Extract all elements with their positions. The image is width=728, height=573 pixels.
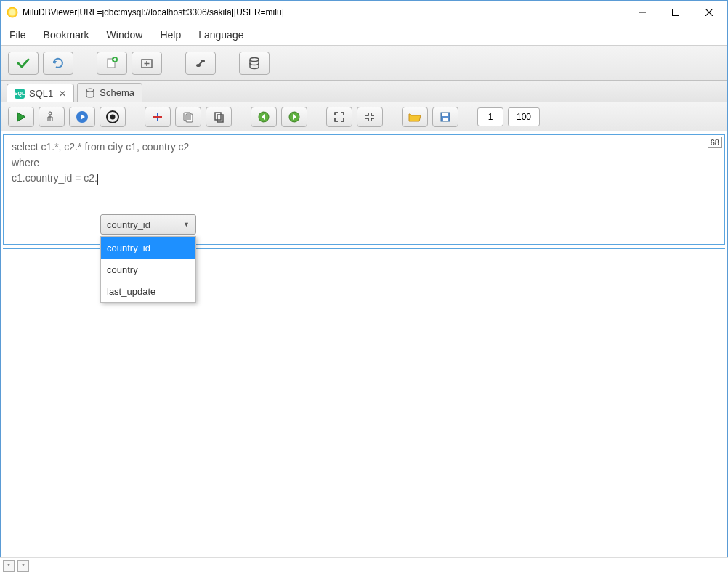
new-file-button[interactable] — [97, 52, 127, 75]
new-tab-button[interactable] — [132, 52, 162, 75]
window-title: MiluDBViewer[URL=jdbc:mysql://localhost:… — [23, 7, 626, 17]
char-counter: 68 — [708, 137, 722, 148]
svg-point-15 — [250, 57, 259, 61]
paste-button[interactable] — [206, 107, 232, 127]
close-button[interactable] — [692, 1, 726, 23]
app-icon — [7, 7, 18, 18]
start-row-input[interactable] — [477, 107, 503, 126]
sql-toolbar — [1, 102, 727, 131]
svg-point-27 — [110, 114, 116, 119]
format-button[interactable] — [145, 107, 171, 127]
database-icon — [85, 88, 95, 98]
explain-button[interactable] — [39, 107, 65, 127]
database-button[interactable] — [239, 52, 270, 75]
collapse-button[interactable] — [357, 107, 383, 127]
autocomplete-popup: country_id ▼ country_id country last_upd… — [100, 214, 196, 303]
svg-line-14 — [199, 62, 202, 65]
svg-rect-35 — [215, 113, 221, 120]
menu-window[interactable]: Window — [107, 29, 143, 41]
menu-help[interactable]: Help — [160, 29, 181, 41]
prev-button[interactable] — [251, 107, 277, 127]
menu-bookmark[interactable]: Bookmark — [44, 29, 89, 41]
autocomplete-option[interactable]: country_id — [101, 237, 195, 259]
status-indicator-1[interactable]: * — [3, 560, 15, 572]
copy-button[interactable] — [175, 107, 201, 127]
autocomplete-list: country_id country last_update — [100, 236, 196, 303]
open-folder-button[interactable] — [402, 107, 428, 127]
autocomplete-option[interactable]: country — [101, 259, 195, 280]
limit-input[interactable] — [508, 107, 540, 126]
tab-label: SQL1 — [29, 88, 53, 99]
expand-button[interactable] — [326, 107, 352, 127]
tab-label: Schema — [100, 87, 134, 98]
sql-icon: SQL — [15, 89, 25, 99]
menubar: File Bookmark Window Help Language — [1, 24, 727, 46]
commit-button[interactable] — [8, 52, 39, 75]
autocomplete-option[interactable]: last_update — [101, 280, 195, 302]
tab-schema[interactable]: Schema — [77, 83, 142, 102]
svg-point-18 — [49, 112, 52, 115]
rollback-button[interactable] — [43, 52, 73, 75]
titlebar: MiluDBViewer[URL=jdbc:mysql://localhost:… — [1, 1, 727, 24]
run-button[interactable] — [8, 107, 34, 127]
autocomplete-combobox[interactable]: country_id ▼ — [100, 214, 196, 235]
svg-point-16 — [86, 89, 94, 92]
tab-bar: SQL SQL1 ✕ Schema — [1, 81, 727, 102]
autocomplete-selected-value: country_id — [107, 219, 150, 230]
editor-content[interactable]: select c1.*, c2.* from city c1, country … — [4, 135, 724, 191]
status-bar: * * — [0, 557, 728, 573]
menu-file[interactable]: File — [9, 29, 26, 41]
play-circle-button[interactable] — [69, 107, 95, 127]
next-button[interactable] — [281, 107, 307, 127]
svg-rect-43 — [443, 118, 448, 121]
chevron-down-icon: ▼ — [183, 221, 190, 228]
connection-button[interactable] — [185, 52, 216, 75]
save-button[interactable] — [432, 107, 458, 127]
svg-rect-42 — [442, 113, 448, 116]
minimize-button[interactable] — [626, 1, 659, 23]
main-toolbar — [1, 46, 727, 81]
menu-language[interactable]: Language — [198, 29, 243, 41]
stop-circle-button[interactable] — [100, 107, 126, 127]
close-tab-icon[interactable]: ✕ — [59, 89, 66, 99]
svg-rect-36 — [217, 115, 223, 122]
svg-marker-17 — [17, 113, 25, 121]
status-indicator-2[interactable]: * — [17, 560, 29, 572]
tab-sql1[interactable]: SQL SQL1 ✕ — [7, 84, 74, 102]
svg-rect-1 — [673, 9, 679, 16]
maximize-button[interactable] — [659, 1, 692, 23]
